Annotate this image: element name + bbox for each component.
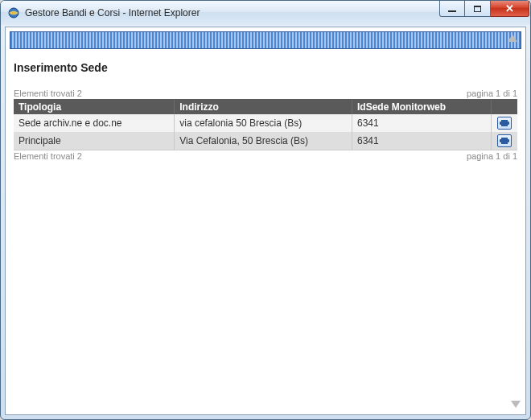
close-icon: ✕ — [505, 3, 514, 14]
cell-idsede: 6341 — [352, 132, 491, 150]
window-frame: Gestore Bandi e Corsi - Internet Explore… — [0, 0, 531, 420]
svg-rect-5 — [501, 138, 508, 139]
header-stripe-bar — [10, 31, 521, 49]
cell-indirizzo: Via Cefalonia, 50 Brescia (Bs) — [175, 132, 352, 150]
pagination-top: pagina 1 di 1 — [467, 89, 517, 98]
svg-rect-2 — [501, 120, 508, 121]
table-row[interactable]: Sede archiv.ne e doc.ne via cefalonia 50… — [14, 114, 517, 132]
close-button[interactable]: ✕ — [491, 1, 529, 17]
ie-icon — [7, 6, 20, 19]
svg-rect-6 — [501, 142, 508, 144]
meta-row-top: Elementi trovati 2 pagina 1 di 1 — [14, 89, 517, 100]
th-action — [492, 100, 517, 114]
select-row-icon[interactable] — [497, 117, 512, 130]
scroll-down-icon[interactable] — [511, 401, 521, 408]
maximize-button[interactable] — [465, 1, 491, 17]
window-controls: ✕ — [439, 1, 530, 17]
meta-row-bottom: Elementi trovati 2 pagina 1 di 1 — [14, 150, 517, 161]
client-area: Inserimento Sede Elementi trovati 2 pagi… — [5, 27, 526, 415]
th-idsede[interactable]: IdSede Monitorweb — [352, 100, 491, 114]
sede-table: Tipologia Indirizzo IdSede Monitorweb Se… — [14, 100, 517, 150]
minimize-button[interactable] — [439, 1, 465, 17]
th-indirizzo[interactable]: Indirizzo — [175, 100, 352, 114]
svg-rect-1 — [500, 121, 509, 125]
content-area: Inserimento Sede Elementi trovati 2 pagi… — [6, 53, 525, 414]
table-row[interactable]: Principale Via Cefalonia, 50 Brescia (Bs… — [14, 132, 517, 150]
window-title: Gestore Bandi e Corsi - Internet Explore… — [25, 7, 200, 19]
cell-tipologia: Sede archiv.ne e doc.ne — [14, 114, 175, 132]
cell-tipologia: Principale — [14, 132, 175, 150]
th-tipologia[interactable]: Tipologia — [14, 100, 175, 114]
titlebar[interactable]: Gestore Bandi e Corsi - Internet Explore… — [1, 1, 530, 25]
svg-rect-3 — [501, 125, 508, 126]
page-title: Inserimento Sede — [14, 61, 517, 74]
elements-found-bottom: Elementi trovati 2 — [14, 151, 82, 161]
elements-found-top: Elementi trovati 2 — [14, 89, 82, 98]
cell-idsede: 6341 — [352, 114, 491, 132]
scroll-up-icon[interactable] — [508, 35, 517, 42]
pagination-bottom: pagina 1 di 1 — [467, 151, 517, 161]
table-header-row: Tipologia Indirizzo IdSede Monitorweb — [14, 100, 517, 114]
select-row-icon[interactable] — [497, 134, 512, 147]
svg-rect-4 — [500, 139, 509, 142]
cell-indirizzo: via cefalonia 50 Brescia (Bs) — [175, 114, 352, 132]
